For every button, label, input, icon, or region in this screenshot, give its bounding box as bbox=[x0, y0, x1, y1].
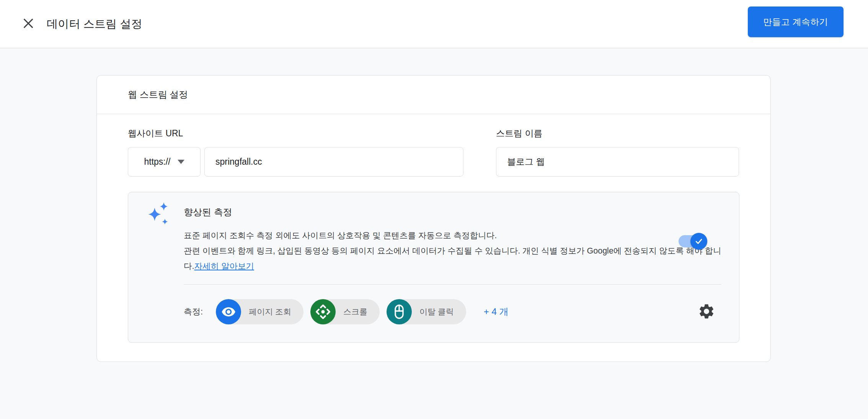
card-title: 웹 스트림 설정 bbox=[97, 75, 770, 114]
gear-icon bbox=[698, 303, 715, 321]
web-stream-card: 웹 스트림 설정 웹사이트 URL 스트림 이름 https:// 향상된 측정… bbox=[96, 75, 771, 362]
stream-name-input[interactable] bbox=[496, 147, 739, 177]
enhanced-measurement-description: 표준 페이지 조회수 측정 외에도 사이트의 상호작용 및 콘텐츠를 자동으로 … bbox=[184, 228, 731, 274]
description-line2: 관련 이벤트와 함께 링크, 삽입된 동영상 등의 페이지 요소에서 데이터가 … bbox=[184, 246, 721, 271]
enhanced-measurement-toggle[interactable] bbox=[679, 235, 705, 247]
close-icon bbox=[22, 17, 35, 31]
measure-label: 측정: bbox=[184, 306, 203, 318]
check-icon bbox=[694, 237, 703, 246]
page-title: 데이터 스트림 설정 bbox=[47, 16, 142, 32]
protocol-value: https:// bbox=[144, 157, 170, 167]
create-and-continue-button[interactable]: 만들고 계속하기 bbox=[748, 7, 844, 37]
data-stream-setup-page: 데이터 스트림 설정 만들고 계속하기 웹 스트림 설정 웹사이트 URL 스트… bbox=[0, 0, 868, 419]
learn-more-link[interactable]: 자세히 알아보기 bbox=[194, 262, 254, 271]
scroll-icon bbox=[310, 299, 336, 324]
sparkle-icon bbox=[148, 202, 170, 228]
divider bbox=[184, 284, 721, 285]
eye-icon bbox=[216, 299, 241, 324]
chip-page-view: 페이지 조회 bbox=[216, 299, 303, 324]
stream-name-label: 스트림 이름 bbox=[496, 128, 542, 139]
toggle-thumb bbox=[690, 233, 707, 250]
website-url-label: 웹사이트 URL bbox=[128, 128, 183, 139]
header: 데이터 스트림 설정 만들고 계속하기 bbox=[0, 0, 868, 48]
website-url-input[interactable] bbox=[204, 147, 463, 177]
description-line1: 표준 페이지 조회수 측정 외에도 사이트의 상호작용 및 콘텐츠를 자동으로 … bbox=[184, 228, 731, 243]
chevron-down-icon bbox=[178, 160, 184, 164]
chip-outbound-click: 이탈 클릭 bbox=[387, 299, 466, 324]
enhanced-measurement-title: 향상된 측정 bbox=[184, 206, 232, 218]
protocol-select[interactable]: https:// bbox=[128, 147, 201, 177]
enhanced-measurement-panel: 향상된 측정 표준 페이지 조회수 측정 외에도 사이트의 상호작용 및 콘텐츠… bbox=[128, 192, 739, 343]
measurement-chips-row: 측정: 페이지 조회 스크롤 bbox=[184, 299, 716, 324]
chip-scroll: 스크롤 bbox=[310, 299, 380, 324]
measurement-settings-button[interactable] bbox=[697, 302, 716, 321]
more-chips-link[interactable]: + 4 개 bbox=[484, 306, 509, 318]
close-button[interactable] bbox=[19, 15, 38, 33]
mouse-icon bbox=[387, 299, 412, 324]
